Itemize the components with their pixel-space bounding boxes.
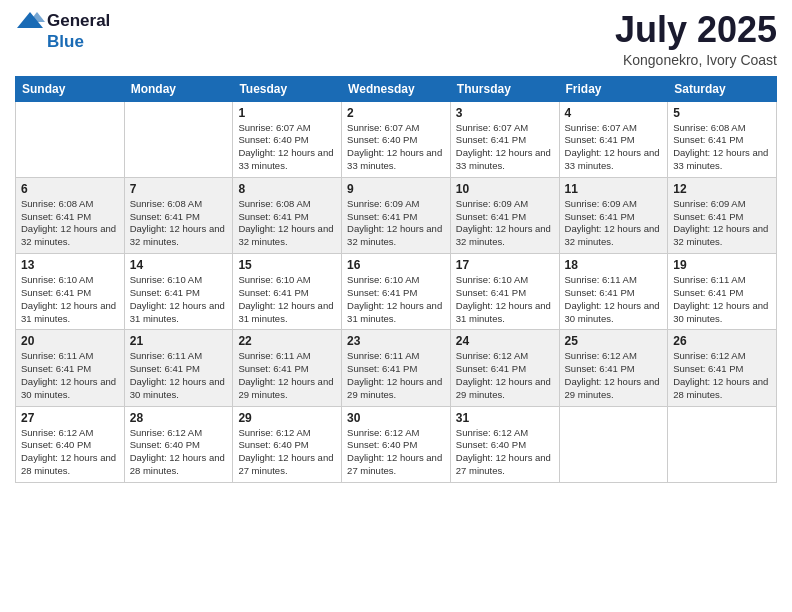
day-detail: Sunrise: 6:11 AM Sunset: 6:41 PM Dayligh… [130,350,228,401]
table-cell: 5Sunrise: 6:08 AM Sunset: 6:41 PM Daylig… [668,101,777,177]
day-detail: Sunrise: 6:10 AM Sunset: 6:41 PM Dayligh… [238,274,336,325]
table-cell: 15Sunrise: 6:10 AM Sunset: 6:41 PM Dayli… [233,254,342,330]
day-number: 19 [673,258,771,272]
table-cell: 21Sunrise: 6:11 AM Sunset: 6:41 PM Dayli… [124,330,233,406]
day-detail: Sunrise: 6:12 AM Sunset: 6:40 PM Dayligh… [238,427,336,478]
day-detail: Sunrise: 6:12 AM Sunset: 6:41 PM Dayligh… [565,350,663,401]
col-saturday: Saturday [668,76,777,101]
day-detail: Sunrise: 6:10 AM Sunset: 6:41 PM Dayligh… [130,274,228,325]
table-cell: 25Sunrise: 6:12 AM Sunset: 6:41 PM Dayli… [559,330,668,406]
table-cell: 29Sunrise: 6:12 AM Sunset: 6:40 PM Dayli… [233,406,342,482]
day-detail: Sunrise: 6:09 AM Sunset: 6:41 PM Dayligh… [673,198,771,249]
col-monday: Monday [124,76,233,101]
day-detail: Sunrise: 6:12 AM Sunset: 6:41 PM Dayligh… [456,350,554,401]
day-detail: Sunrise: 6:12 AM Sunset: 6:40 PM Dayligh… [347,427,445,478]
day-number: 2 [347,106,445,120]
header: General Blue July 2025 Kongonekro, Ivory… [15,10,777,68]
day-number: 18 [565,258,663,272]
day-number: 13 [21,258,119,272]
table-cell: 26Sunrise: 6:12 AM Sunset: 6:41 PM Dayli… [668,330,777,406]
day-detail: Sunrise: 6:11 AM Sunset: 6:41 PM Dayligh… [673,274,771,325]
col-wednesday: Wednesday [342,76,451,101]
logo-general: General [47,11,110,31]
table-cell: 20Sunrise: 6:11 AM Sunset: 6:41 PM Dayli… [16,330,125,406]
day-number: 8 [238,182,336,196]
day-detail: Sunrise: 6:08 AM Sunset: 6:41 PM Dayligh… [673,122,771,173]
day-detail: Sunrise: 6:12 AM Sunset: 6:40 PM Dayligh… [21,427,119,478]
table-cell: 1Sunrise: 6:07 AM Sunset: 6:40 PM Daylig… [233,101,342,177]
table-cell: 18Sunrise: 6:11 AM Sunset: 6:41 PM Dayli… [559,254,668,330]
day-number: 22 [238,334,336,348]
day-detail: Sunrise: 6:09 AM Sunset: 6:41 PM Dayligh… [347,198,445,249]
day-number: 4 [565,106,663,120]
day-number: 25 [565,334,663,348]
day-number: 12 [673,182,771,196]
day-number: 24 [456,334,554,348]
day-detail: Sunrise: 6:11 AM Sunset: 6:41 PM Dayligh… [347,350,445,401]
table-cell: 31Sunrise: 6:12 AM Sunset: 6:40 PM Dayli… [450,406,559,482]
day-detail: Sunrise: 6:07 AM Sunset: 6:40 PM Dayligh… [347,122,445,173]
day-detail: Sunrise: 6:07 AM Sunset: 6:40 PM Dayligh… [238,122,336,173]
day-number: 16 [347,258,445,272]
day-number: 27 [21,411,119,425]
table-cell: 24Sunrise: 6:12 AM Sunset: 6:41 PM Dayli… [450,330,559,406]
day-number: 3 [456,106,554,120]
table-cell: 30Sunrise: 6:12 AM Sunset: 6:40 PM Dayli… [342,406,451,482]
day-number: 30 [347,411,445,425]
day-number: 10 [456,182,554,196]
day-number: 9 [347,182,445,196]
table-cell: 28Sunrise: 6:12 AM Sunset: 6:40 PM Dayli… [124,406,233,482]
day-detail: Sunrise: 6:11 AM Sunset: 6:41 PM Dayligh… [565,274,663,325]
table-cell [16,101,125,177]
day-number: 5 [673,106,771,120]
day-number: 7 [130,182,228,196]
day-detail: Sunrise: 6:07 AM Sunset: 6:41 PM Dayligh… [565,122,663,173]
day-detail: Sunrise: 6:09 AM Sunset: 6:41 PM Dayligh… [456,198,554,249]
day-number: 26 [673,334,771,348]
day-number: 6 [21,182,119,196]
day-detail: Sunrise: 6:09 AM Sunset: 6:41 PM Dayligh… [565,198,663,249]
day-detail: Sunrise: 6:11 AM Sunset: 6:41 PM Dayligh… [21,350,119,401]
table-cell: 19Sunrise: 6:11 AM Sunset: 6:41 PM Dayli… [668,254,777,330]
col-sunday: Sunday [16,76,125,101]
table-cell: 12Sunrise: 6:09 AM Sunset: 6:41 PM Dayli… [668,177,777,253]
day-detail: Sunrise: 6:07 AM Sunset: 6:41 PM Dayligh… [456,122,554,173]
logo-icon [15,10,45,32]
day-detail: Sunrise: 6:12 AM Sunset: 6:40 PM Dayligh… [130,427,228,478]
day-detail: Sunrise: 6:12 AM Sunset: 6:40 PM Dayligh… [456,427,554,478]
table-cell: 27Sunrise: 6:12 AM Sunset: 6:40 PM Dayli… [16,406,125,482]
title-location: Kongonekro, Ivory Coast [615,52,777,68]
table-cell: 3Sunrise: 6:07 AM Sunset: 6:41 PM Daylig… [450,101,559,177]
day-number: 31 [456,411,554,425]
table-cell [668,406,777,482]
day-detail: Sunrise: 6:11 AM Sunset: 6:41 PM Dayligh… [238,350,336,401]
title-month: July 2025 [615,10,777,50]
table-cell: 11Sunrise: 6:09 AM Sunset: 6:41 PM Dayli… [559,177,668,253]
title-block: July 2025 Kongonekro, Ivory Coast [615,10,777,68]
day-detail: Sunrise: 6:10 AM Sunset: 6:41 PM Dayligh… [21,274,119,325]
col-tuesday: Tuesday [233,76,342,101]
day-number: 29 [238,411,336,425]
day-number: 17 [456,258,554,272]
col-friday: Friday [559,76,668,101]
day-number: 14 [130,258,228,272]
day-detail: Sunrise: 6:12 AM Sunset: 6:41 PM Dayligh… [673,350,771,401]
day-number: 15 [238,258,336,272]
table-cell: 17Sunrise: 6:10 AM Sunset: 6:41 PM Dayli… [450,254,559,330]
day-detail: Sunrise: 6:08 AM Sunset: 6:41 PM Dayligh… [130,198,228,249]
table-cell: 2Sunrise: 6:07 AM Sunset: 6:40 PM Daylig… [342,101,451,177]
table-cell: 22Sunrise: 6:11 AM Sunset: 6:41 PM Dayli… [233,330,342,406]
day-detail: Sunrise: 6:08 AM Sunset: 6:41 PM Dayligh… [238,198,336,249]
table-cell: 9Sunrise: 6:09 AM Sunset: 6:41 PM Daylig… [342,177,451,253]
table-cell: 6Sunrise: 6:08 AM Sunset: 6:41 PM Daylig… [16,177,125,253]
day-number: 11 [565,182,663,196]
weekday-header-row: Sunday Monday Tuesday Wednesday Thursday… [16,76,777,101]
table-cell: 13Sunrise: 6:10 AM Sunset: 6:41 PM Dayli… [16,254,125,330]
page: General Blue July 2025 Kongonekro, Ivory… [0,0,792,612]
day-number: 20 [21,334,119,348]
logo: General Blue [15,10,110,52]
table-cell: 4Sunrise: 6:07 AM Sunset: 6:41 PM Daylig… [559,101,668,177]
day-number: 1 [238,106,336,120]
table-cell: 23Sunrise: 6:11 AM Sunset: 6:41 PM Dayli… [342,330,451,406]
day-detail: Sunrise: 6:08 AM Sunset: 6:41 PM Dayligh… [21,198,119,249]
